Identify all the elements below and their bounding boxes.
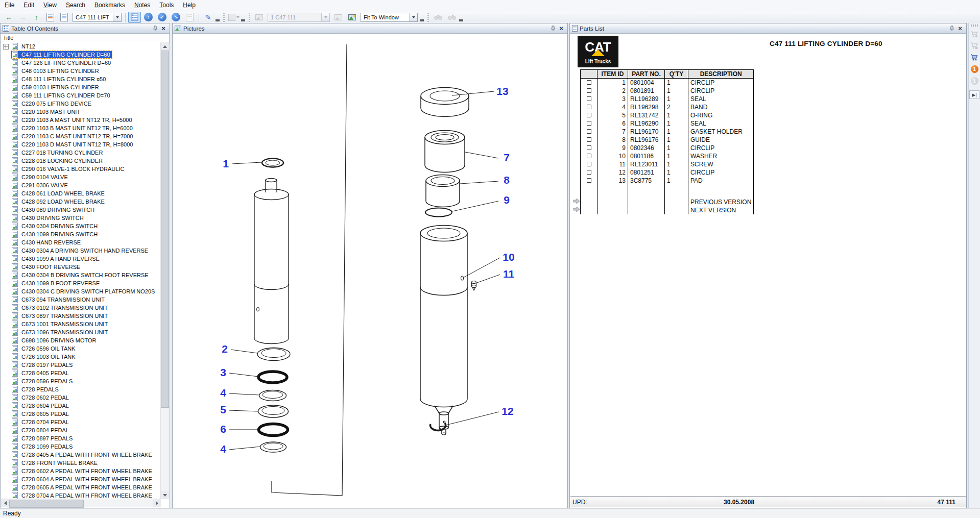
- toc-item[interactable]: C290 0104 VALVE: [1, 173, 161, 181]
- callout-number[interactable]: 3: [220, 366, 226, 378]
- toc-item[interactable]: C673 1001 TRANSMISSION UNIT: [1, 320, 161, 328]
- toc-item[interactable]: C59 111 LIFTING CYLINDER D=70: [1, 91, 161, 100]
- parts-table-row[interactable]: 1208012511CIRCLIP: [581, 168, 754, 177]
- menu-bookmarks[interactable]: Bookmarks: [90, 0, 130, 11]
- toc-item[interactable]: C430 080 DRIVING SWITCH: [1, 206, 161, 214]
- callout-number[interactable]: 4: [220, 443, 226, 455]
- toc-item[interactable]: C698 1096 DRIVING MOTOR: [1, 336, 161, 344]
- callout-number[interactable]: 4: [220, 387, 226, 399]
- toc-item[interactable]: C430 1099 DRIVING SWITCH: [1, 230, 161, 238]
- toc-item[interactable]: C728 1099 PEDALS: [1, 442, 161, 451]
- nav-up-button[interactable]: ↑: [142, 12, 155, 23]
- spacer-row[interactable]: [581, 185, 754, 198]
- picture-export-button[interactable]: [332, 12, 345, 23]
- callout-number[interactable]: 10: [503, 251, 514, 263]
- callout-number[interactable]: 5: [220, 404, 226, 415]
- chevron-down-icon[interactable]: [409, 13, 417, 21]
- toc-item[interactable]: C728 0804 PEDAL: [1, 426, 161, 434]
- toc-item[interactable]: C673 094 TRANSMISSION UNIT: [1, 295, 161, 304]
- checkbox-icon[interactable]: [587, 105, 591, 109]
- menu-file[interactable]: File: [0, 0, 19, 11]
- toc-vertical-scrollbar[interactable]: [160, 42, 169, 499]
- row-checkbox[interactable]: [581, 111, 597, 119]
- nav-next-button[interactable]: ↘: [170, 12, 182, 23]
- parts-table-row[interactable]: 6RL1962901SEAL: [581, 119, 754, 128]
- cart-button[interactable]: [969, 52, 979, 63]
- document-combo[interactable]: C47 111 LIFT: [73, 13, 122, 22]
- picture-combo[interactable]: 1 C47 111: [268, 13, 330, 22]
- checkbox-icon[interactable]: [587, 129, 591, 134]
- nav-previous-button[interactable]: ↙: [156, 12, 169, 23]
- toc-toggle-button[interactable]: [128, 12, 141, 23]
- parts-table-row[interactable]: 3RL1962891SEAL: [581, 95, 754, 103]
- toc-item[interactable]: C430 0304 C DRIVING SWITCH PLATFORM NO20…: [1, 287, 161, 295]
- toolbar-overflow-icon[interactable]: [241, 16, 245, 21]
- scroll-thumb[interactable]: [9, 500, 84, 508]
- toc-item[interactable]: C728 0604 A PEDAL WITH FRONT WHEEL BRAKE: [1, 475, 161, 483]
- menu-notes[interactable]: Notes: [130, 0, 155, 11]
- toc-item[interactable]: C220 1103 B MAST UNIT NT12 TR, H=6000: [1, 124, 161, 132]
- row-checkbox[interactable]: [581, 103, 597, 111]
- toc-item[interactable]: C430 0304 B DRIVING SWITCH FOOT REVERSE: [1, 271, 161, 279]
- toc-item[interactable]: C726 1003 OIL TANK: [1, 353, 161, 361]
- toc-item[interactable]: C728 0605 A PEDAL WITH FRONT WHEEL BRAKE: [1, 483, 161, 491]
- row-checkbox[interactable]: [581, 136, 597, 144]
- row-checkbox[interactable]: [581, 79, 597, 87]
- row-checkbox[interactable]: [581, 95, 597, 103]
- parts-table-row[interactable]: 4RL1962982BAND: [581, 103, 754, 111]
- checkbox-icon[interactable]: [587, 178, 591, 183]
- toc-item[interactable]: C728 0605 PEDAL: [1, 410, 161, 418]
- document-button[interactable]: [58, 12, 70, 23]
- toc-item[interactable]: C220 1103 A MAST UNIT NT12 TR, H=5000: [1, 116, 161, 124]
- next-version-row[interactable]: NEXT VERSION: [581, 206, 754, 214]
- scroll-up-button[interactable]: [161, 42, 169, 51]
- parts-table-row[interactable]: 208018911CIRCLIP: [581, 87, 754, 95]
- toc-item[interactable]: C430 0304 A DRIVING SWITCH HAND REVERSE: [1, 246, 161, 255]
- toc-item[interactable]: C430 1099 A HAND REVERSE: [1, 255, 161, 263]
- close-document-button[interactable]: [183, 12, 196, 23]
- remove-from-cart-button[interactable]: [969, 40, 979, 51]
- row-checkbox[interactable]: [581, 128, 597, 136]
- parts-table-row[interactable]: 1008011861WASHER: [581, 152, 754, 160]
- menu-help[interactable]: Help: [178, 0, 200, 11]
- checkbox-icon[interactable]: [587, 137, 591, 142]
- checkbox-icon[interactable]: [587, 145, 591, 150]
- parts-pin-button[interactable]: [948, 24, 956, 32]
- toc-item[interactable]: C430 0304 DRIVING SWITCH: [1, 222, 161, 230]
- row-checkbox[interactable]: [581, 119, 597, 128]
- toc-item[interactable]: C728 FRONT WHEEL BRAKE: [1, 459, 161, 467]
- toc-item[interactable]: C430 FOOT REVERSE: [1, 263, 161, 271]
- parts-table-row[interactable]: 8RL1961761GUIDE: [581, 136, 754, 144]
- toc-item[interactable]: C728 0596 PEDALS: [1, 377, 161, 385]
- toc-item[interactable]: C47 111 LIFTING CYLINDER D=60: [1, 51, 161, 59]
- toc-item[interactable]: C673 1096 TRANSMISSION UNIT: [1, 328, 161, 336]
- parts-table-row[interactable]: 7RL1961701GASKET HOLDER: [581, 128, 754, 136]
- toc-item[interactable]: C220 1103 D MAST UNIT NT12 TR, H=8000: [1, 140, 161, 149]
- toolbar-drag-handle[interactable]: [971, 24, 978, 27]
- toolbar-overflow-icon[interactable]: [216, 16, 220, 21]
- toc-close-button[interactable]: ×: [159, 24, 168, 32]
- toc-item[interactable]: C728 0704 PEDAL: [1, 418, 161, 426]
- callout-number[interactable]: 7: [504, 152, 510, 163]
- next-version-arrow-icon[interactable]: [573, 205, 580, 214]
- callout-number[interactable]: 11: [503, 268, 515, 280]
- row-checkbox[interactable]: [581, 152, 597, 160]
- toolbar-expand-button[interactable]: ▶|: [969, 90, 979, 99]
- checkbox-icon[interactable]: [587, 88, 591, 93]
- menu-edit[interactable]: Edit: [19, 0, 39, 11]
- callout-number[interactable]: 2: [222, 343, 228, 355]
- toc-item[interactable]: C227 018 TURNING CYLINDER: [1, 149, 161, 157]
- toolbar-overflow-icon[interactable]: [420, 16, 424, 21]
- up-level-button[interactable]: ↑: [30, 12, 43, 23]
- history-button[interactable]: [44, 12, 57, 23]
- toc-item[interactable]: C728 PEDALS: [1, 385, 161, 393]
- toc-item[interactable]: C726 0596 OIL TANK: [1, 344, 161, 353]
- row-checkbox[interactable]: [581, 87, 597, 95]
- goto-item-button[interactable]: 1: [969, 76, 979, 86]
- scroll-left-button[interactable]: [1, 499, 9, 507]
- toc-item[interactable]: C220 1103 C MAST UNIT NT12 TR, H=7000: [1, 132, 161, 140]
- find-button[interactable]: [432, 12, 444, 23]
- parts-table-row[interactable]: 5RL1317421O-RING: [581, 111, 754, 119]
- checkbox-icon[interactable]: [587, 113, 591, 117]
- toc-item[interactable]: C728 0602 A PEDAL WITH FRONT WHEEL BRAKE: [1, 467, 161, 475]
